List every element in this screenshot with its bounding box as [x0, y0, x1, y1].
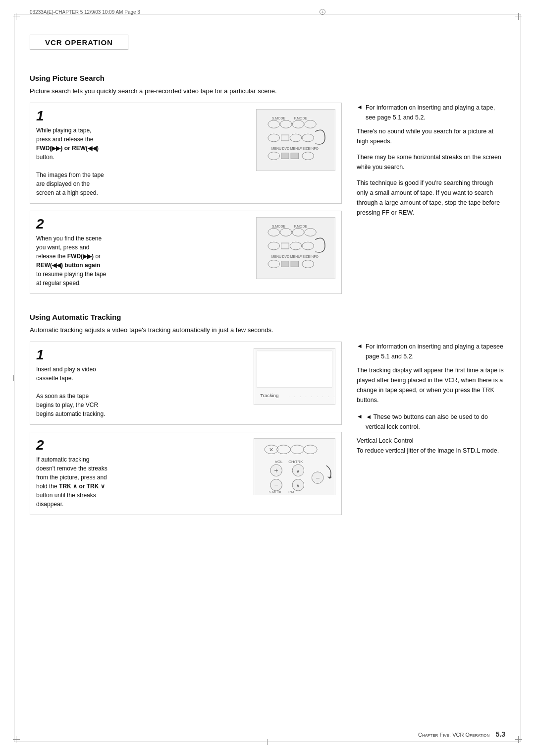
- svg-text:MENU: MENU: [271, 147, 281, 150]
- svg-point-32: [268, 260, 280, 268]
- tracking-display-illustration: Tracking . . . . . . . . . .: [254, 348, 335, 405]
- bullet-arrow-1: ◄: [357, 103, 363, 122]
- section1-step2-number: 2: [36, 217, 250, 231]
- s1-t2-l1: When you find the sceneyou want, press a…: [36, 235, 102, 260]
- svg-point-6: [268, 134, 280, 142]
- main-content: VCR Operation Using Picture Search Pictu…: [30, 30, 505, 726]
- remote-illustration-2: S.MODE P.MODE MENU DVD MENU P.SIZE INFO: [256, 217, 335, 279]
- svg-text:−: −: [316, 474, 320, 482]
- reg-mark-mid-right: [518, 375, 524, 381]
- section1-heading: Using Picture Search: [30, 74, 505, 82]
- svg-point-27: [302, 242, 314, 250]
- section2-note1: The tracking display will appear the fir…: [357, 365, 505, 405]
- svg-text:S.MODE: S.MODE: [272, 116, 286, 120]
- page-footer: Chapter Five: VCR Operation 5.3: [30, 730, 505, 738]
- s2-t1-l1: Insert and play a videocassette tape.As …: [36, 366, 105, 417]
- vcr-title-box: VCR Operation: [30, 35, 128, 50]
- svg-point-3: [305, 120, 317, 128]
- svg-point-20: [292, 229, 304, 236]
- svg-point-18: [268, 229, 280, 236]
- svg-point-21: [305, 229, 317, 236]
- section2-heading: Using Automatic Tracking: [30, 313, 505, 321]
- section1-notes-content: ◄ For information on inserting and playi…: [357, 103, 505, 218]
- footer-text: Chapter Five: VCR Operation 5.3: [418, 730, 505, 738]
- section1-note1: There's no sound while you search for a …: [357, 126, 505, 146]
- section2-intro: Automatic tracking adjusts a video tape'…: [30, 326, 505, 334]
- bullet-arrow-3: ◄: [357, 412, 363, 432]
- svg-point-1: [280, 120, 292, 128]
- svg-text:P.MODE: P.MODE: [294, 116, 308, 120]
- section1-step1-text: While playing a tape,press and release t…: [36, 126, 250, 197]
- svg-text:+: +: [274, 467, 278, 474]
- page-border-right: [521, 14, 521, 742]
- s1-t1-l1: While playing a tape,press and release t…: [36, 127, 93, 143]
- svg-point-35: [302, 260, 314, 268]
- section1-content: 1 While playing a tape,press and release…: [30, 103, 505, 301]
- svg-text:P.MODE: P.MODE: [294, 225, 308, 228]
- section2-step2-text: If automatic trackingdoesn't remove the …: [36, 455, 248, 509]
- svg-rect-33: [281, 261, 289, 267]
- section2-step1-block: 1 Insert and play a videocassette tape.A…: [30, 342, 342, 425]
- section1-note-bullet1: ◄ For information on inserting and playi…: [357, 103, 505, 122]
- section2-content: 1 Insert and play a videocassette tape.A…: [30, 342, 505, 522]
- s1-t2-bold: REW(◀◀) button again: [36, 262, 100, 269]
- section2-step1-number: 1: [36, 348, 248, 362]
- svg-text:S.MODE: S.MODE: [272, 225, 286, 228]
- section1-notes: ◄ For information on inserting and playi…: [357, 103, 505, 301]
- svg-text:P.SIZE: P.SIZE: [300, 147, 310, 150]
- svg-text:Tracking: Tracking: [260, 393, 278, 398]
- svg-text:INFO: INFO: [311, 147, 319, 150]
- svg-point-41: [290, 445, 304, 454]
- svg-text:✕: ✕: [269, 447, 273, 453]
- vcr-title: VCR Operation: [45, 38, 113, 47]
- section1-note2: There may be some horizontal streaks on …: [357, 152, 505, 172]
- section2-step2-left: 2 If automatic trackingdoesn't remove th…: [36, 438, 248, 509]
- section2-step2-number: 2: [36, 438, 248, 452]
- section2-note-bullet1: ◄ For information on inserting and playi…: [357, 342, 505, 361]
- section1-intro: Picture search lets you quickly search a…: [30, 87, 505, 95]
- page-border-bottom: [14, 742, 521, 742]
- section1-step2-block: 2 When you find the sceneyou want, press…: [30, 211, 342, 294]
- reg-mark-bot-center: [265, 739, 270, 745]
- section2-step2-block: 2 If automatic trackingdoesn't remove th…: [30, 432, 342, 515]
- section1-steps: 1 While playing a tape,press and release…: [30, 103, 342, 301]
- header-text: 03233A(E)-CHAPTER 5 12/9/03 10:09 AM Pag…: [30, 9, 140, 15]
- svg-text:−: −: [274, 481, 278, 489]
- remote-tracking-illustration: ✕ VOL CH/TRK + − ∧ ∨ −: [254, 438, 335, 495]
- section1-step1-number: 1: [36, 109, 250, 123]
- footer-page: 5.3: [496, 730, 505, 738]
- svg-text:S.MODE: S.MODE: [269, 490, 282, 494]
- header-reg-mark: [320, 9, 325, 15]
- section1-note3: This technique is good if you're searchi…: [357, 178, 505, 218]
- s1-t1-bold: FWD(▶▶) or REW(◀◀): [36, 145, 99, 152]
- svg-rect-34: [291, 261, 299, 267]
- svg-text:∨: ∨: [296, 483, 300, 488]
- svg-text:P.SIZE: P.SIZE: [300, 255, 310, 258]
- section1-step2-text: When you find the sceneyou want, press a…: [36, 234, 250, 288]
- svg-text:DVD MENU: DVD MENU: [282, 255, 300, 258]
- s2-t2-l1: If automatic trackingdoesn't remove the …: [36, 456, 107, 508]
- svg-text:VOL: VOL: [275, 460, 283, 464]
- section2-step1-text: Insert and play a videocassette tape.As …: [36, 365, 248, 418]
- s1-t2-l3: to resume playing the tapeat regular spe…: [36, 271, 106, 287]
- svg-text:P.M...: P.M...: [288, 490, 297, 494]
- section2-steps: 1 Insert and play a videocassette tape.A…: [30, 342, 342, 522]
- svg-point-9: [302, 134, 314, 142]
- svg-rect-15: [281, 153, 289, 159]
- svg-text:INFO: INFO: [311, 255, 319, 258]
- svg-rect-7: [281, 135, 289, 141]
- section2-step1-left: 1 Insert and play a videocassette tape.A…: [36, 348, 248, 418]
- svg-text:∧: ∧: [296, 468, 300, 474]
- section1-step1-block: 1 While playing a tape,press and release…: [30, 103, 342, 204]
- section1-step1-left: 1 While playing a tape,press and release…: [36, 109, 250, 197]
- section2-notes-content: ◄ For information on inserting and playi…: [357, 342, 505, 456]
- section2-note-bullet1-text: For information on inserting and playing…: [366, 342, 505, 361]
- section2-note-bullet2-text: ◄ These two buttons can also be used to …: [366, 412, 505, 432]
- svg-point-40: [277, 445, 291, 454]
- section2-notes: ◄ For information on inserting and playi…: [357, 342, 505, 522]
- section2-note-bullet2: ◄ ◄ These two buttons can also be used t…: [357, 412, 505, 432]
- svg-rect-36: [257, 351, 332, 388]
- section1-step2-left: 2 When you find the sceneyou want, press…: [36, 217, 250, 288]
- footer-chapter: Chapter Five: VCR Operation: [418, 732, 489, 738]
- bullet-arrow-2: ◄: [357, 342, 363, 361]
